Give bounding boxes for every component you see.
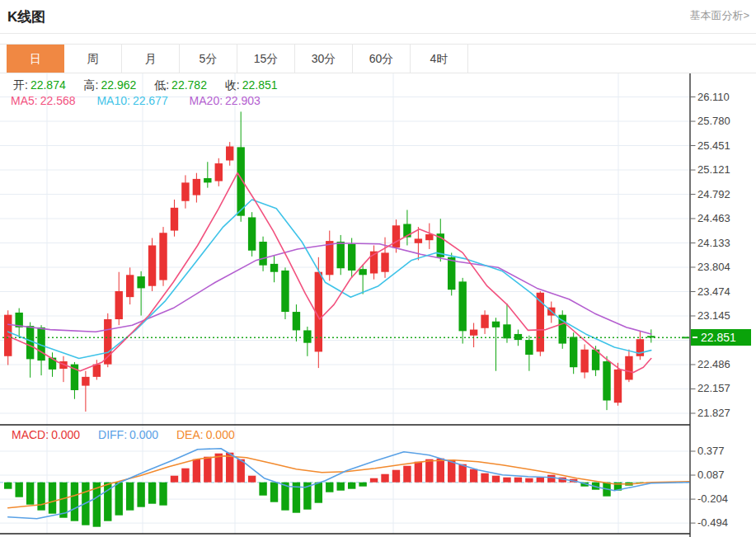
ma10-label: MA10: [96, 94, 129, 107]
ohlc-readout: 开:22.874 高:22.962 低:22.782 收:22.851 [13, 78, 293, 93]
price-axis-label: 24.463 [697, 212, 730, 224]
ma-readout: MA5:22.568 MA10:22.677 MA20:22.903 [11, 94, 275, 107]
low-value: 22.782 [171, 78, 207, 92]
ma5-value: 22.568 [40, 94, 76, 107]
macd-label: MACD: [12, 428, 49, 441]
diff-label: DIFF: [98, 428, 127, 441]
price-axis-label: 25.451 [697, 139, 730, 152]
price-axis-label: 24.792 [697, 188, 730, 200]
high-value: 22.962 [101, 78, 137, 92]
close-label: 收: [225, 78, 240, 92]
ma20-value: 22.903 [225, 94, 261, 107]
price-axis-label: 23.474 [697, 285, 730, 298]
open-label: 开: [13, 78, 28, 92]
badge-tick-icon [693, 337, 697, 338]
price-axis-label: 22.486 [697, 358, 730, 370]
price-axis-label: 21.827 [697, 407, 730, 419]
kline-page: K线图 基本面分析> 日周月5分15分30分60分4时 开:22.874 高:2… [0, 0, 756, 537]
price-axis-label: 25.121 [697, 163, 730, 176]
macd-value: 0.000 [51, 428, 80, 441]
dea-label: DEA: [176, 428, 204, 441]
low-label: 低: [154, 78, 169, 92]
macd-readout: MACD:0.000 DIFF:0.000 DEA:0.000 [12, 428, 250, 441]
macd-axis-label: -0.494 [697, 516, 728, 529]
price-axis-label: 24.133 [697, 237, 730, 249]
ma20-label: MA20: [190, 94, 223, 107]
price-axis-label: 22.157 [697, 382, 730, 394]
macd-axis-label: 0.087 [697, 469, 725, 481]
current-price-badge: 22.851 [691, 329, 751, 346]
ma10-value: 22.677 [133, 94, 168, 107]
current-price-value: 22.851 [701, 331, 736, 344]
close-value: 22.851 [242, 78, 278, 92]
ma5-label: MA5: [11, 94, 38, 107]
macd-axis-label: -0.204 [697, 492, 728, 505]
high-label: 高: [84, 78, 99, 92]
price-axis-label: 23.804 [697, 261, 730, 273]
diff-value: 0.000 [129, 428, 158, 441]
macd-axis-label: 0.377 [697, 445, 725, 457]
price-axis-label: 25.780 [697, 115, 730, 127]
price-axis-label: 23.145 [697, 309, 730, 322]
price-axis-label: 26.110 [697, 91, 730, 103]
open-value: 22.874 [31, 78, 66, 92]
dea-value: 0.000 [206, 428, 235, 441]
